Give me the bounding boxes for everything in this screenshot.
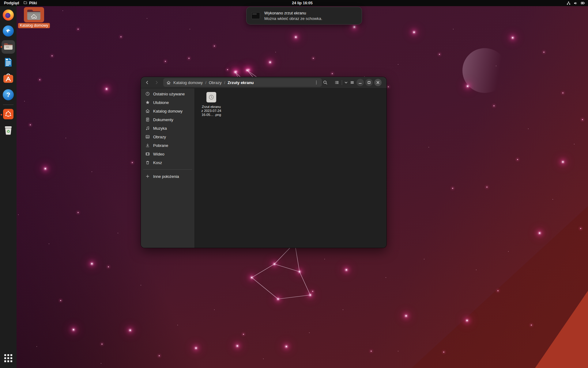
sidebar-item-video[interactable]: Wideo	[143, 150, 193, 158]
sidebar-item-label: Obrazy	[153, 135, 166, 139]
sidebar-item-trash[interactable]: Kosz	[143, 158, 193, 167]
sidebar-item-label: Muzyka	[153, 126, 167, 131]
sidebar-item-image[interactable]: Obrazy	[143, 132, 193, 141]
firefox-icon	[3, 10, 14, 21]
view-toggle-divider	[342, 80, 342, 85]
sidebar-item-label: Katalog domowy	[153, 109, 183, 113]
list-view-button[interactable]	[333, 79, 341, 86]
maximize-button[interactable]	[365, 79, 373, 86]
activities-button[interactable]: Podgląd	[4, 0, 19, 6]
toast-body: Można wkleić obraz ze schowka.	[264, 16, 322, 21]
sidebar-separator	[143, 169, 192, 170]
close-button[interactable]	[374, 79, 382, 86]
sidebar-item-label: Ostatnio używane	[153, 92, 185, 96]
breadcrumb-home[interactable]: Katalog domowy	[173, 80, 203, 85]
battery-icon	[580, 1, 585, 6]
sidebar-item-clock[interactable]: Ostatnio używane	[143, 90, 193, 98]
dock-item-trash[interactable]: ♻	[2, 124, 15, 137]
music-icon	[145, 126, 150, 131]
breadcrumb-separator: /	[224, 80, 225, 85]
breadcrumb-separator: /	[205, 80, 206, 85]
breadcrumb-current: Zrzuty ekranu	[228, 80, 254, 85]
sidebar-item-label: Dokumenty	[153, 117, 173, 122]
forward-button[interactable]	[153, 79, 160, 86]
dock-item-files[interactable]	[2, 40, 15, 54]
network-icon	[566, 1, 571, 6]
download-icon	[145, 143, 150, 148]
sidebar: Ostatnio używaneUlubioneKatalog domowyDo…	[141, 88, 195, 248]
sidebar-item-label: Kosz	[153, 160, 162, 165]
sidebar-item-star[interactable]: Ulubione	[143, 98, 193, 107]
breadcrumb-pictures[interactable]: Obrazy	[209, 80, 222, 85]
sidebar-item-home[interactable]: Katalog domowy	[143, 107, 193, 115]
sidebar-item-music[interactable]: Muzyka	[143, 124, 193, 132]
top-bar: Podgląd Pliki 24 lip 16:05	[0, 0, 588, 6]
dock-item-ubuntu-software[interactable]	[2, 72, 15, 86]
home-icon	[145, 109, 150, 113]
folder-icon	[23, 1, 27, 6]
trash-icon	[145, 160, 150, 165]
files-headerbar: Katalog domowy / Obrazy / Zrzuty ekranu	[141, 77, 386, 88]
clock-icon	[145, 91, 150, 96]
dock-item-firefox[interactable]	[2, 8, 15, 22]
path-menu-kebab-icon[interactable]	[314, 80, 319, 85]
system-status-area[interactable]	[566, 0, 585, 6]
sidebar-item-label: Pobrane	[153, 143, 168, 148]
app-menu-label: Pliki	[29, 1, 37, 5]
libreoffice-writer-icon	[4, 57, 13, 68]
svg-text:♻: ♻	[6, 129, 10, 134]
dock-item-app-grid[interactable]	[2, 351, 15, 365]
back-button[interactable]	[143, 79, 151, 86]
minimize-button[interactable]	[356, 79, 364, 86]
dock: ?♻	[0, 6, 17, 368]
ubuntu-desktop-icon	[3, 109, 13, 121]
sidebar-item-label: Ulubione	[153, 100, 169, 105]
running-indicator-dot	[1, 114, 2, 116]
app-menu-button[interactable]: Pliki	[23, 0, 37, 6]
dock-item-libreoffice-writer[interactable]	[2, 56, 15, 70]
sidebar-item-download[interactable]: Pobrane	[143, 141, 193, 150]
help-icon: ?	[3, 89, 14, 100]
thunderbird-icon	[3, 25, 14, 36]
dock-item-thunderbird[interactable]	[2, 24, 15, 38]
volume-icon	[573, 1, 578, 6]
path-bar: Katalog domowy / Obrazy / Zrzuty ekranu	[163, 78, 322, 87]
running-indicator-dot	[1, 46, 2, 48]
sidebar-item-label: Inne położenia	[153, 174, 179, 179]
sidebar-item-label: Wideo	[153, 152, 164, 156]
screenshot-toast[interactable]: Wykonano zrzut ekranu Można wkleić obraz…	[246, 7, 362, 25]
video-icon	[145, 151, 150, 156]
view-toggle	[333, 79, 349, 86]
pending-thumbnail-icon	[206, 92, 216, 102]
files-icon	[3, 42, 13, 52]
sidebar-item-other-locations[interactable]: Inne położenia	[143, 172, 193, 181]
toast-title: Wykonano zrzut ekranu	[264, 11, 322, 15]
home-icon	[166, 80, 171, 85]
window-controls	[356, 79, 382, 86]
files-window: Katalog domowy / Obrazy / Zrzuty ekranu …	[141, 77, 386, 248]
home-folder-icon	[24, 7, 44, 22]
trash-icon: ♻	[4, 125, 13, 136]
ubuntu-software-icon	[3, 73, 13, 85]
file-item-screenshot[interactable]: Zrzut ekranuz 2023-07-2416-05… .png	[198, 92, 225, 117]
app-grid-icon	[4, 354, 12, 362]
search-button[interactable]	[321, 79, 329, 86]
dock-separator	[3, 105, 13, 105]
image-icon	[145, 134, 150, 139]
desktop-icon-home[interactable]: Katalog domowy	[17, 7, 51, 28]
dock-item-help[interactable]: ?	[2, 88, 15, 102]
screenshot-thumbnail-icon	[251, 12, 260, 19]
document-icon	[145, 117, 150, 122]
hamburger-menu-button[interactable]	[348, 79, 356, 86]
desktop-icon-label: Katalog domowy	[18, 23, 50, 28]
plus-icon	[145, 174, 150, 179]
star-icon	[145, 100, 150, 105]
toast-text: Wykonano zrzut ekranu Można wkleić obraz…	[264, 11, 322, 21]
file-view: Zrzut ekranuz 2023-07-2416-05… .png	[195, 88, 386, 248]
clock-button[interactable]: 24 lip 16:05	[292, 0, 312, 6]
sidebar-item-document[interactable]: Dokumenty	[143, 115, 193, 124]
file-name-label: Zrzut ekranuz 2023-07-2416-05… .png	[202, 105, 221, 117]
dock-item-ubuntu-desktop[interactable]	[2, 108, 15, 121]
